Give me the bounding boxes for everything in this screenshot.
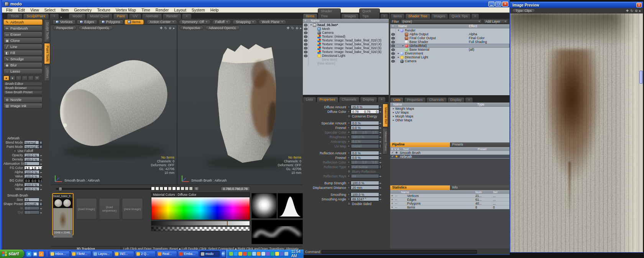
map-list-row[interactable]: ▸ Morph Maps [390,114,509,118]
checkbox[interactable] [13,149,16,152]
panel-tab[interactable]: + [471,13,479,19]
spinner[interactable]: ◂▸ [39,158,43,161]
spinner[interactable]: ◂▸ [39,184,43,186]
envelope-toggle[interactable] [347,145,350,147]
layout-tab[interactable]: Render [163,13,182,19]
visibility-eye-icon[interactable] [391,33,395,36]
envelope-toggle[interactable] [347,152,350,154]
select-plus-icon[interactable]: + [390,202,394,205]
brush-tip-hard-icon[interactable]: ● [10,76,15,81]
visibility-eye-icon[interactable] [304,24,307,26]
pipeline-row[interactable]: ✓ Airbrush [390,155,509,159]
property-value[interactable]: Full Scene [351,165,379,169]
menu-item[interactable]: View [28,8,42,12]
spinner[interactable]: ◂▸ [39,171,43,174]
envelope-toggle[interactable] [347,106,350,108]
color-swatch[interactable] [151,187,155,190]
menu-item[interactable]: Geometry [71,8,94,12]
checkbox[interactable] [347,114,351,118]
toolbar-dropdown[interactable]: Action Center [146,20,177,25]
effect-column-header[interactable]: Effect [469,24,477,28]
property-value[interactable]: (none) [351,144,379,148]
spinner[interactable]: ◂▸ [379,182,381,184]
image-preview-titlebar[interactable]: Image Preview ✕ [510,2,643,8]
color-swatch[interactable] [164,187,168,190]
visibility-eye-icon[interactable] [391,37,395,40]
tool-button[interactable]: Smudge [3,56,43,62]
spinner[interactable]: ◂▸ [39,207,43,210]
tool-button[interactable]: Paintbrush [3,25,43,31]
visibility-eye-icon[interactable] [304,28,307,30]
preview-scrollbar[interactable] [639,13,643,252]
item-row[interactable]: ▾ head_06.lwo* [303,23,389,27]
color-swatch[interactable] [185,187,189,190]
spinner[interactable]: ◂▸ [379,126,381,129]
viewport-type-pill[interactable]: Perspective [180,26,204,30]
property-value[interactable]: 1.0 1.0 1.0 [351,130,379,134]
property-value[interactable]: 0.0 [24,206,39,210]
visibility-eye-icon[interactable] [304,47,307,50]
spinner[interactable]: ◂▸ [379,122,381,124]
shader-row[interactable]: Base Shader Full Shading [390,40,509,44]
property-value[interactable]: 100.0 % [24,187,39,191]
brush-tip-soft-icon[interactable]: ● [3,76,9,81]
select-plus-icon[interactable]: + [390,198,394,202]
load-sequence-tile[interactable]: (load sequence) [99,198,120,220]
layout-tab[interactable]: + [49,13,59,19]
panel-tab[interactable]: Quick Tips [359,8,380,19]
pan-icon[interactable]: ✚ [160,26,163,30]
envelope-toggle[interactable] [347,131,350,134]
enable-check-icon[interactable]: ✓ [390,155,395,158]
item-row[interactable]: Directional Light [303,54,389,58]
layer-effect[interactable]: Full Shading [469,40,487,44]
add-layer-dropdown[interactable]: Add Layer [483,19,508,23]
spinner[interactable]: ◂▸ [379,198,381,200]
property-value[interactable]: 89.5247 ° [351,197,379,201]
layout-tab[interactable]: Model [69,13,86,19]
expand-arrow-icon[interactable]: ▸ [392,115,395,118]
color-swatch[interactable] [155,187,159,190]
expand-arrow-icon[interactable]: ▸ [392,107,395,110]
brush-tip-text-button[interactable]: T [34,76,40,81]
material-subtab[interactable]: Material Trans [383,128,388,154]
deselect-minus-icon[interactable]: – [394,205,398,209]
sidebar-vertical-tab[interactable]: Paint Tools [44,43,50,64]
shader-row[interactable]: ▾ Render [390,28,509,32]
property-value[interactable]: 1.0 1.0 1.0 [351,160,379,164]
panel-tab[interactable]: Items [303,13,317,19]
item-row[interactable]: Texture: Image: head_bake_final_02d (4) [303,42,389,46]
name-column-header[interactable]: Name [311,19,320,23]
taskbar-task-button[interactable]: 2 Q... [135,251,156,257]
pan-icon[interactable]: ✚ [287,26,290,30]
menu-item[interactable]: Edit [15,8,28,12]
viewport-menu-arrow-icon[interactable]: ▸ [639,9,641,13]
visibility-eye-icon[interactable] [304,51,307,53]
viewport-left[interactable]: Perspective Advanced OpenGL ✚ ↻ ⊕ ▸ No I… [51,25,177,185]
property-value[interactable]: 15.0 % [351,105,379,109]
property-value[interactable]: 0.0 % [351,126,379,130]
panel-tab[interactable]: Items [390,13,405,19]
spinner[interactable]: ◂▸ [379,136,381,138]
shader-row[interactable]: Base Material (all) [390,48,509,51]
tray-icon[interactable] [234,252,238,256]
expand-arrow-icon[interactable]: ▸ [397,56,400,59]
visibility-eye-icon[interactable] [391,48,395,51]
property-value[interactable]: 20 mm [351,185,379,190]
envelope-toggle[interactable] [347,122,350,124]
property-value[interactable]: 100.0 % [24,153,39,157]
shader-row[interactable]: ▸ (defaultMat) [390,44,509,48]
tool-button[interactable]: Airbrush [3,19,43,25]
property-value[interactable]: Normal Proj ... [24,145,39,149]
color-swatch[interactable] [189,187,193,190]
statistics-row[interactable]: + – Vertices 21... ... [390,194,509,198]
tray-icon[interactable] [257,252,261,256]
pipeline-title[interactable]: Pipeline [390,142,450,147]
spinner[interactable]: ◂▸ [379,140,381,143]
envelope-toggle[interactable] [347,161,350,164]
enable-check-icon[interactable]: ✓ [390,151,395,154]
checkbox[interactable] [347,202,351,205]
menu-item[interactable]: Texture [94,8,113,12]
checkbox[interactable] [347,170,351,173]
spinner[interactable]: ◂▸ [379,156,381,159]
envelope-toggle[interactable] [347,136,350,138]
